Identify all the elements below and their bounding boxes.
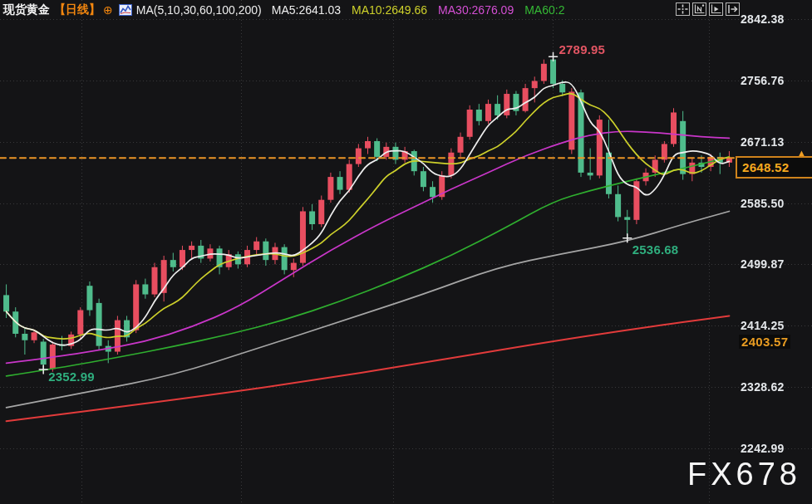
chart-toolbar — [676, 2, 740, 16]
axis-price-label: 2328.62 — [741, 380, 785, 394]
timeframe-label[interactable]: 【日线】 — [54, 2, 101, 17]
annotation-low-price: 2536.68 — [632, 242, 679, 257]
watermark: FX678 — [687, 457, 801, 492]
annotation-high-price: 2789.95 — [559, 42, 606, 56]
chart-header: 现货黄金 【日线】 ⊕ MA(5,10,30,60,100,200) MA5:2… — [3, 2, 575, 18]
axis-price-label: 2585.50 — [741, 197, 785, 210]
axis-price-label: 2242.99 — [741, 442, 785, 455]
axis-price-label: 2499.87 — [741, 257, 785, 271]
symbol-name: 现货黄金 — [3, 2, 50, 17]
axis-scale-play-icon[interactable] — [709, 2, 723, 16]
ma-value-label-ma10: MA10:2649.66 — [352, 3, 427, 17]
ma-value-label-ma30: MA30:2676.09 — [438, 3, 514, 17]
ma-values-group: MA5:2641.03MA10:2649.66MA30:2676.09MA60:… — [272, 3, 576, 17]
ma-value-label-ma5: MA5:2641.03 — [272, 3, 341, 17]
annotation-low-price: 2352.99 — [48, 369, 95, 384]
axis-scale-n-icon[interactable] — [692, 2, 706, 16]
candlestick-chart-canvas[interactable] — [0, 0, 812, 504]
axis-price-label: 2842.38 — [741, 12, 785, 26]
axis-price-label: 2414.25 — [741, 319, 785, 332]
crosshair-icon[interactable] — [676, 2, 690, 16]
ma-settings-label: MA(5,10,30,60,100,200) — [136, 3, 262, 17]
price-up-arrow-icon: ▲ — [797, 149, 806, 158]
chart-window: 现货黄金 【日线】 ⊕ MA(5,10,30,60,100,200) MA5:2… — [0, 0, 812, 504]
ma-value-label-ma60: MA60:2 — [524, 3, 564, 17]
line-chart-icon[interactable] — [119, 4, 132, 16]
current-price-tag: 2648.52 — [736, 156, 812, 179]
jump-to-latest-icon[interactable] — [726, 2, 740, 16]
axis-price-label: 2756.76 — [741, 74, 785, 87]
axis-price-label: 2671.13 — [741, 135, 785, 149]
add-indicator-icon[interactable]: ⊕ — [103, 3, 113, 17]
secondary-price-tag: 2403.57 — [739, 335, 790, 349]
